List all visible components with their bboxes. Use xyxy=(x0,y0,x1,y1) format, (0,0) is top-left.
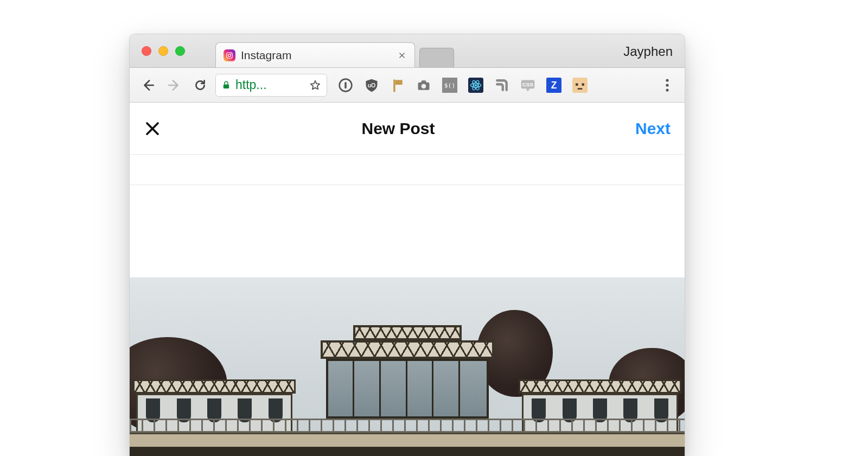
svg-text:CSS: CSS xyxy=(522,81,533,87)
svg-rect-10 xyxy=(422,80,426,83)
back-button[interactable] xyxy=(137,74,159,96)
svg-point-11 xyxy=(422,84,426,88)
svg-text:$(): $() xyxy=(444,81,456,89)
svg-point-2 xyxy=(231,53,232,54)
bookmark-star-icon[interactable] xyxy=(309,79,321,91)
browser-toolbar: http... uO $() xyxy=(130,68,685,103)
window-zoom-button[interactable] xyxy=(175,46,185,56)
forward-button[interactable] xyxy=(163,74,185,96)
instagram-header: New Post Next xyxy=(130,103,685,155)
window-minimize-button[interactable] xyxy=(158,46,168,56)
tab-active[interactable]: Instagram xyxy=(215,42,415,67)
page-title: New Post xyxy=(361,119,435,138)
reload-button[interactable] xyxy=(189,74,211,96)
svg-rect-24 xyxy=(576,83,578,85)
instagram-favicon-icon xyxy=(224,49,235,61)
close-button[interactable] xyxy=(144,120,161,137)
zeplin-extension-icon[interactable]: Z xyxy=(545,77,563,94)
lock-icon xyxy=(221,80,231,90)
svg-point-28 xyxy=(666,84,668,86)
tab-inactive[interactable] xyxy=(419,48,454,67)
svg-rect-23 xyxy=(572,78,588,93)
react-devtools-extension-icon[interactable] xyxy=(467,77,484,94)
svg-point-15 xyxy=(475,84,477,86)
svg-rect-7 xyxy=(393,79,395,92)
toggl-extension-icon[interactable] xyxy=(571,77,589,94)
svg-rect-3 xyxy=(224,84,229,88)
address-bar[interactable]: http... xyxy=(215,74,327,97)
chrome-menu-button[interactable] xyxy=(658,75,677,95)
chrome-profile-label[interactable]: Jayphen xyxy=(623,44,673,59)
svg-text:Z: Z xyxy=(551,80,557,91)
svg-rect-5 xyxy=(344,81,347,88)
camera-extension-icon[interactable] xyxy=(415,77,432,94)
url-text: http... xyxy=(235,78,305,92)
jquery-extension-icon[interactable]: $() xyxy=(441,77,458,94)
tab-title: Instagram xyxy=(241,49,392,62)
svg-rect-8 xyxy=(395,80,403,85)
next-button[interactable]: Next xyxy=(635,119,671,138)
tab-strip: Instagram Jayphen xyxy=(130,34,685,68)
image-top-padding xyxy=(130,185,685,277)
post-photo xyxy=(130,277,685,456)
traffic-lights xyxy=(142,46,185,56)
svg-point-27 xyxy=(666,79,668,81)
feedly-extension-icon[interactable] xyxy=(493,77,510,94)
instagram-subheader xyxy=(130,155,685,185)
onepassword-extension-icon[interactable] xyxy=(337,77,354,94)
svg-rect-26 xyxy=(578,88,583,90)
svg-rect-0 xyxy=(227,52,233,58)
svg-point-1 xyxy=(228,54,231,56)
svg-rect-25 xyxy=(582,83,584,85)
post-image-preview[interactable] xyxy=(130,185,685,456)
ublock-extension-icon[interactable]: uO xyxy=(363,77,380,94)
page-content: New Post Next xyxy=(130,103,685,456)
css-extension-icon[interactable]: CSS xyxy=(519,77,537,94)
svg-text:uO: uO xyxy=(368,81,376,88)
flag-extension-icon[interactable] xyxy=(389,77,406,94)
extensions-row: uO $() CSS xyxy=(337,77,589,94)
browser-window: Instagram Jayphen h xyxy=(129,34,685,456)
svg-point-29 xyxy=(666,88,668,91)
tab-close-button[interactable] xyxy=(397,50,407,60)
window-close-button[interactable] xyxy=(142,46,151,56)
